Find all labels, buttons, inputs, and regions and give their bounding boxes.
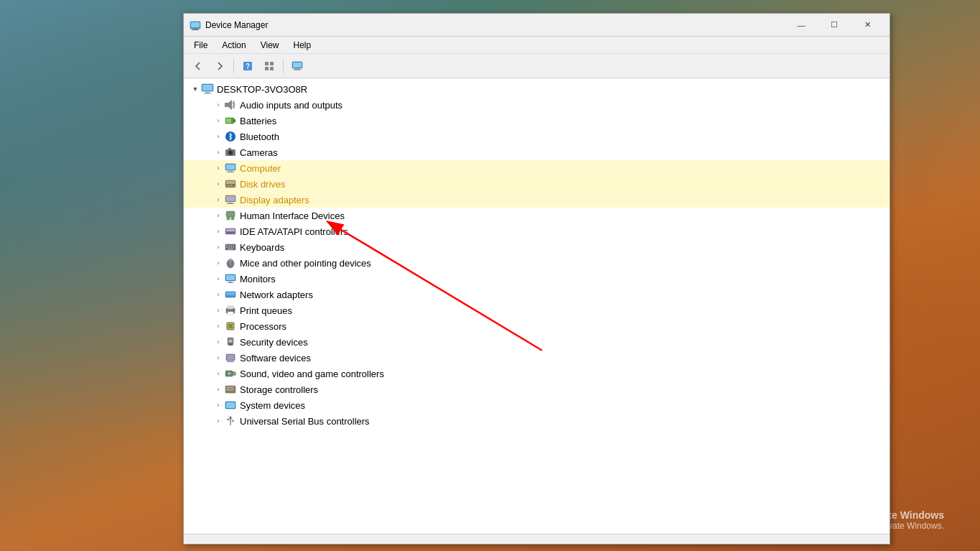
cameras-label: Cameras <box>240 147 278 158</box>
menu-view[interactable]: View <box>253 39 286 52</box>
sound-icon <box>224 367 237 380</box>
svg-rect-58 <box>228 249 233 250</box>
tree-item-print[interactable]: › Print queues <box>184 302 890 318</box>
svg-rect-1 <box>191 22 200 27</box>
ide-label: IDE ATA/ATAPI controllers <box>240 226 348 237</box>
software-label: Software devices <box>240 353 311 364</box>
root-expand-arrow: ▼ <box>190 83 201 95</box>
forward-button[interactable] <box>210 56 230 76</box>
root-label: DESKTOP-3VO3O8R <box>217 84 307 95</box>
tree-item-computer[interactable]: › Computer <box>184 160 890 176</box>
audio-icon <box>224 98 237 111</box>
title-bar: Device Manager — ☐ ✕ <box>184 14 890 37</box>
svg-rect-64 <box>229 282 232 282</box>
toolbar-separator-1 <box>233 59 234 73</box>
svg-rect-12 <box>295 68 299 69</box>
storage-label: Storage controllers <box>240 384 318 395</box>
svg-rect-11 <box>293 62 302 68</box>
svg-rect-73 <box>228 312 233 315</box>
tree-item-storage[interactable]: › Storage controllers <box>184 381 890 397</box>
svg-point-69 <box>230 295 231 297</box>
close-button[interactable]: ✕ <box>851 14 884 37</box>
toolbar-separator-2 <box>283 59 284 73</box>
print-expand: › <box>213 305 224 316</box>
mice-expand: › <box>213 257 224 269</box>
svg-point-99 <box>233 387 235 389</box>
svg-point-107 <box>230 417 232 419</box>
tree-item-security[interactable]: › Security devices <box>184 334 890 350</box>
tree-item-batteries[interactable]: › Batteries <box>184 113 890 129</box>
hid-label: Human Interface Devices <box>240 210 345 221</box>
svg-rect-105 <box>227 419 229 420</box>
svg-rect-7 <box>270 62 274 65</box>
minimize-button[interactable]: — <box>785 14 818 37</box>
processors-label: Processors <box>240 321 286 332</box>
svg-rect-18 <box>225 103 228 107</box>
tree-item-software[interactable]: › Software devices <box>184 350 890 366</box>
keyboards-icon <box>224 241 237 254</box>
software-expand: › <box>213 352 224 364</box>
tree-item-monitors[interactable]: › Monitors <box>184 271 890 287</box>
monitors-expand: › <box>213 273 224 284</box>
svg-rect-102 <box>226 402 235 408</box>
tree-item-audio[interactable]: › Audio inputs and outputs <box>184 97 890 113</box>
computer-label: Computer <box>240 163 281 174</box>
audio-expand: › <box>213 99 224 111</box>
back-button[interactable] <box>188 56 208 76</box>
svg-point-88 <box>229 340 232 343</box>
svg-rect-32 <box>227 172 234 172</box>
tree-item-usb[interactable]: › Universal Serial Bus controllers <box>184 413 890 429</box>
menu-action[interactable]: Action <box>215 39 253 52</box>
computer-expand: › <box>213 162 224 174</box>
computer-icon <box>224 162 237 175</box>
tree-item-display-adapters[interactable]: › Display adapters <box>184 192 890 208</box>
display-adapters-icon <box>224 193 237 206</box>
cameras-expand: › <box>213 147 224 158</box>
usb-icon <box>224 415 237 427</box>
maximize-button[interactable]: ☐ <box>818 14 851 37</box>
horizontal-scrollbar[interactable] <box>184 534 890 544</box>
window-title: Device Manager <box>205 20 785 30</box>
svg-rect-34 <box>226 181 235 184</box>
tree-item-cameras[interactable]: › Cameras <box>184 144 890 160</box>
batteries-label: Batteries <box>240 116 276 126</box>
security-icon <box>224 335 237 348</box>
svg-rect-8 <box>265 67 269 70</box>
svg-point-35 <box>233 184 235 186</box>
menu-bar: File Action View Help <box>184 37 890 54</box>
menu-help[interactable]: Help <box>286 39 319 52</box>
svg-rect-15 <box>202 85 213 91</box>
disk-drives-icon <box>224 177 237 190</box>
system-label: System devices <box>240 400 305 411</box>
tree-item-disk-drives[interactable]: › Disk drives <box>184 176 890 192</box>
print-label: Print queues <box>240 305 292 316</box>
svg-rect-48 <box>233 232 234 233</box>
menu-file[interactable]: File <box>187 39 215 52</box>
tree-item-processors[interactable]: › Processors <box>184 318 890 334</box>
svg-point-70 <box>233 295 234 297</box>
svg-rect-77 <box>228 324 233 328</box>
tree-item-mice[interactable]: › Mice and other pointing devices <box>184 255 890 271</box>
tree-item-hid[interactable]: › Human Interface Devices <box>184 208 890 223</box>
tree-item-network[interactable]: › Network adapters <box>184 287 890 302</box>
audio-label: Audio inputs and outputs <box>240 100 342 111</box>
update-driver-button[interactable] <box>259 56 279 76</box>
device-tree-content[interactable]: ▼ DESKTOP-3VO3O8R › <box>184 78 890 534</box>
tree-item-sound[interactable]: › Sound, video and game controllers <box>184 366 890 381</box>
svg-point-100 <box>233 389 235 391</box>
svg-rect-72 <box>228 306 233 309</box>
svg-text:ᛒ: ᛒ <box>228 132 233 141</box>
svg-point-74 <box>233 310 234 311</box>
tree-root-item[interactable]: ▼ DESKTOP-3VO3O8R <box>184 81 890 97</box>
svg-rect-87 <box>228 343 233 346</box>
svg-rect-106 <box>232 420 234 422</box>
tree-item-bluetooth[interactable]: › ᛒ Bluetooth <box>184 129 890 144</box>
svg-rect-6 <box>265 62 269 65</box>
properties-button[interactable]: ? <box>238 56 258 76</box>
network-expand: › <box>213 289 224 300</box>
computer-button[interactable] <box>287 56 307 76</box>
tree-item-system[interactable]: › System devices <box>184 397 890 413</box>
svg-rect-63 <box>226 275 235 280</box>
tree-item-keyboards[interactable]: › Keyboards <box>184 239 890 255</box>
tree-item-ide[interactable]: › IDE ATA/ATAPI controllers <box>184 223 890 239</box>
